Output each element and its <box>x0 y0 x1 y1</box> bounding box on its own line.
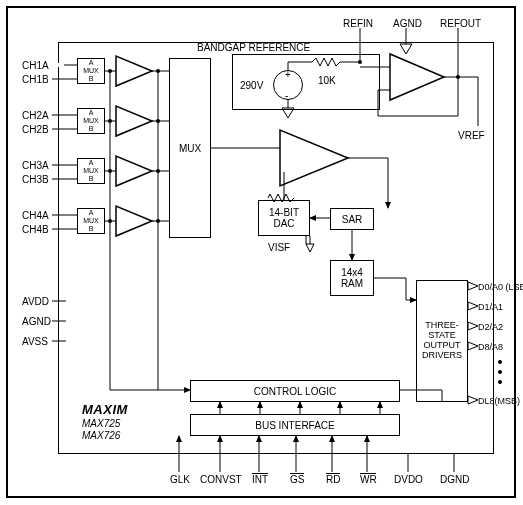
pin-glk: GLK <box>170 474 190 485</box>
sar-block: SAR <box>330 208 374 230</box>
bus-interface-block: BUS INTERFACE <box>190 414 400 436</box>
pin-d1: D1/A1 <box>478 302 503 312</box>
ellipsis-dot <box>498 360 502 364</box>
pin-refin: REFIN <box>343 18 373 29</box>
mux-block: MUX <box>169 58 211 238</box>
refamp-plus-icon: + <box>398 62 404 74</box>
pin-int: INT <box>252 474 268 485</box>
pin-dgnd: DGND <box>440 474 469 485</box>
amux-2: A MUX B <box>77 108 105 134</box>
pin-dvdo: DVDO <box>394 474 423 485</box>
part-2: MAX726 <box>82 430 120 441</box>
ch2b: CH2B <box>22 124 49 135</box>
brand-logo: MAXIM <box>82 402 128 417</box>
pin-agnd-left: AGND <box>22 316 51 327</box>
comp-plus-icon: + <box>288 142 294 154</box>
amux-4: A MUX B <box>77 208 105 234</box>
ch1b: CH1B <box>22 74 49 85</box>
bandgap-title: BANDGAP REFERENCE <box>197 42 310 53</box>
control-logic-block: CONTROL LOGIC <box>190 380 400 402</box>
pin-gs: GS <box>290 474 304 485</box>
ch3b: CH3B <box>22 174 49 185</box>
th-2: T/H <box>123 116 139 127</box>
pin-visf: VISF <box>268 242 290 253</box>
pin-refout: REFOUT <box>440 18 481 29</box>
refamp-minus-icon: - <box>398 84 402 96</box>
pin-convst: CONVST <box>200 474 242 485</box>
th-4: T/H <box>123 216 139 227</box>
amux-3: A MUX B <box>77 158 105 184</box>
overbar-gs <box>290 473 304 474</box>
pin-avdd: AVDD <box>22 296 49 307</box>
th-1: T/H <box>123 66 139 77</box>
vsource-plus: + <box>285 69 291 80</box>
ellipsis-dot <box>498 370 502 374</box>
ch2a: CH2A <box>22 110 49 121</box>
pin-avss: AVSS <box>22 336 48 347</box>
ellipsis-dot <box>498 380 502 384</box>
pin-wr: WR <box>360 474 377 485</box>
dac-block: 14-BIT DAC <box>258 200 310 236</box>
pin-d8: D8/A8 <box>478 342 503 352</box>
pin-rd: RD <box>326 474 340 485</box>
ram-block: 14x4 RAM <box>330 260 374 296</box>
overbar-wr <box>360 473 376 474</box>
pin-d2: D2/A2 <box>478 322 503 332</box>
pin-d0: D0/A0 (LSB) <box>478 282 523 292</box>
overbar-int <box>252 473 268 474</box>
th-3: T/H <box>123 166 139 177</box>
vsource-minus: - <box>285 90 288 101</box>
ch3a: CH3A <box>22 160 49 171</box>
pin-vref: VREF <box>458 130 485 141</box>
pin-dl8: DL8(MSB) <box>478 396 520 406</box>
ch4a: CH4A <box>22 210 49 221</box>
ch1a: CH1A <box>22 60 49 71</box>
comp-minus-icon: - <box>288 166 292 178</box>
part-1: MAX725 <box>82 418 120 429</box>
overbar-rd <box>326 473 340 474</box>
amux-1: A MUX B <box>77 58 105 84</box>
resistor-value: 10K <box>318 75 336 86</box>
vsource-value: 290V <box>240 80 263 91</box>
pin-agnd-top: AGND <box>393 18 422 29</box>
ch4b: CH4B <box>22 224 49 235</box>
threestate-block: THREE- STATE OUTPUT DRIVERS <box>416 280 468 402</box>
